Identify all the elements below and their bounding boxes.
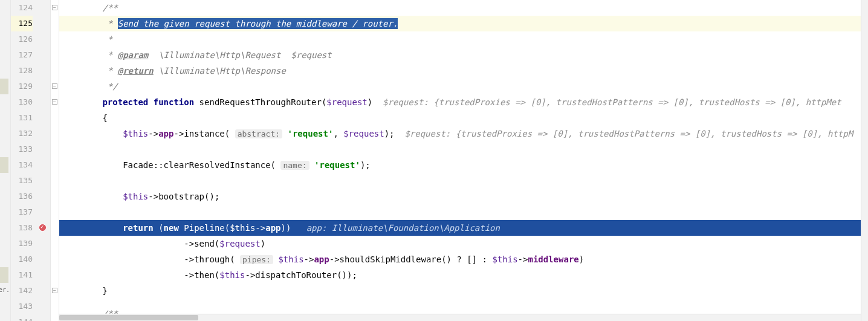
line-number[interactable]: 140 xyxy=(11,251,33,267)
code-line[interactable] xyxy=(59,204,868,220)
code-line[interactable]: /** xyxy=(59,0,868,16)
token: , xyxy=(333,129,343,138)
token: )) xyxy=(281,223,306,233)
line-number[interactable]: 132 xyxy=(11,126,33,141)
line-number[interactable]: 133 xyxy=(11,141,33,157)
code-line[interactable] xyxy=(59,173,868,189)
code-line[interactable]: ->through( pipes: $this->app->shouldSkip… xyxy=(59,251,868,267)
token: Pipeline( xyxy=(184,223,230,233)
token: ->then( xyxy=(184,270,219,280)
code-line[interactable]: Facade::clearResolvedInstance( name: 're… xyxy=(59,157,868,173)
token: ->bootstrap(); xyxy=(148,192,219,201)
line-number[interactable]: 126 xyxy=(11,31,33,47)
token: \Illuminate\Http\Response xyxy=(154,66,286,76)
token: ) xyxy=(579,255,584,264)
token: /** xyxy=(102,3,117,13)
code-line[interactable]: protected function sendRequestThroughRou… xyxy=(59,94,868,110)
token: ) xyxy=(368,97,372,107)
line-number[interactable]: 144 xyxy=(11,314,33,321)
token: $this xyxy=(492,255,517,264)
breakpoint-gutter[interactable] xyxy=(36,0,51,321)
token: * xyxy=(108,66,118,76)
line-number[interactable]: 138 xyxy=(11,220,33,236)
token: * xyxy=(108,34,112,44)
line-number[interactable]: 128 xyxy=(11,63,33,79)
token: pipes: xyxy=(240,255,273,264)
token: $request xyxy=(326,97,367,107)
line-number-gutter[interactable]: 1241251261271281291301311321331341351361… xyxy=(11,0,36,321)
token: { xyxy=(102,113,107,123)
token: $this xyxy=(123,129,148,138)
fold-toggle-icon[interactable]: − xyxy=(52,83,57,89)
code-line[interactable]: } xyxy=(59,283,868,299)
token xyxy=(309,160,314,170)
token: Send the given request through the middl… xyxy=(118,18,398,29)
code-line[interactable] xyxy=(59,299,868,314)
code-area[interactable]: /** * Send the given request through the… xyxy=(59,0,868,321)
token: app xyxy=(314,255,329,264)
line-number[interactable]: 129 xyxy=(11,79,33,94)
fold-gutter[interactable]: −−−− xyxy=(51,0,59,321)
token: ); xyxy=(384,129,405,138)
code-line[interactable]: */ xyxy=(59,79,868,94)
token: new xyxy=(164,223,184,233)
fold-toggle-icon[interactable]: − xyxy=(52,99,57,105)
token: return xyxy=(123,223,158,233)
token: * xyxy=(108,19,118,28)
line-number[interactable]: 134 xyxy=(11,157,33,173)
code-line[interactable]: ->send($request) xyxy=(59,236,868,251)
token: ( xyxy=(271,160,281,170)
token xyxy=(372,97,383,107)
code-line[interactable] xyxy=(59,141,868,157)
line-number[interactable]: 135 xyxy=(11,173,33,189)
code-editor[interactable]: er. 124125126127128129130131132133134135… xyxy=(0,0,868,321)
token: 'request' xyxy=(314,160,360,170)
code-line[interactable]: * @param \Illuminate\Http\Request $reque… xyxy=(59,47,868,63)
token: Facade:: xyxy=(123,160,163,170)
token: ->instance( xyxy=(173,129,235,138)
token: @return xyxy=(118,66,154,76)
fold-toggle-icon[interactable]: − xyxy=(52,288,57,293)
scrollbar-thumb[interactable] xyxy=(59,315,198,320)
token: middleware xyxy=(528,255,578,264)
line-number[interactable]: 127 xyxy=(11,47,33,63)
token: $this xyxy=(230,223,255,233)
token: -> xyxy=(304,255,314,264)
token: app xyxy=(158,129,173,138)
token: ->send( xyxy=(184,239,219,248)
line-number[interactable]: 136 xyxy=(11,189,33,204)
token: name: xyxy=(280,161,309,170)
code-line[interactable]: $this->app->instance( abstract: 'request… xyxy=(59,126,868,141)
code-line[interactable]: return (new Pipeline($this->app)) app: I… xyxy=(59,220,868,236)
code-line[interactable]: ->then($this->dispatchToRouter()); xyxy=(59,267,868,283)
token: $request: {trustedProxies => [0], truste… xyxy=(404,129,853,138)
token: app: Illuminate\Foundation\Application xyxy=(306,223,500,233)
change-marker xyxy=(0,157,8,173)
horizontal-scrollbar[interactable] xyxy=(59,314,861,321)
code-line[interactable]: * xyxy=(59,31,868,47)
line-number[interactable]: 139 xyxy=(11,236,33,251)
code-line[interactable]: $this->bootstrap(); xyxy=(59,189,868,204)
line-number[interactable]: 137 xyxy=(11,204,33,220)
line-number[interactable]: 131 xyxy=(11,110,33,126)
code-line[interactable]: * Send the given request through the mid… xyxy=(59,16,868,31)
line-number[interactable]: 124 xyxy=(11,0,33,16)
line-number[interactable]: 141 xyxy=(11,267,33,283)
fold-toggle-icon[interactable]: − xyxy=(52,5,57,10)
token: ->through( xyxy=(184,255,240,264)
line-number[interactable]: 142 xyxy=(11,283,33,299)
token: $this xyxy=(278,255,303,264)
token: sendRequestThroughRouter( xyxy=(199,97,327,107)
token: ) xyxy=(261,239,265,248)
line-number[interactable]: 125 xyxy=(11,16,33,31)
code-line[interactable]: { xyxy=(59,110,868,126)
code-line[interactable]: * @return \Illuminate\Http\Response xyxy=(59,63,868,79)
line-number[interactable]: 143 xyxy=(11,299,33,314)
line-number[interactable]: 130 xyxy=(11,94,33,110)
error-stripe[interactable] xyxy=(861,0,868,321)
token: 'request' xyxy=(288,129,334,138)
token: $request xyxy=(219,239,260,248)
breakpoint-icon[interactable] xyxy=(39,224,47,232)
token: ( xyxy=(158,223,163,233)
token: app xyxy=(265,223,280,233)
